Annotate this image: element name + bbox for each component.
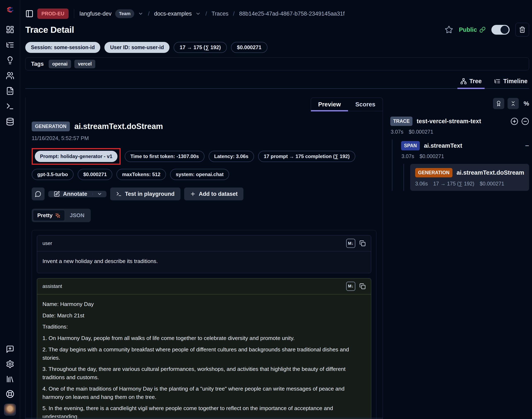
public-toggle[interactable] bbox=[491, 25, 510, 35]
model-chip[interactable]: gpt-3.5-turbo bbox=[32, 169, 74, 180]
user-avatar[interactable] bbox=[4, 404, 16, 416]
observation-title: ai.streamText.doStream bbox=[74, 122, 163, 131]
sidebar-collapse-icon[interactable] bbox=[25, 10, 34, 18]
lightbulb-icon[interactable] bbox=[6, 56, 14, 65]
breadcrumb-org[interactable]: langfuse-dev bbox=[80, 11, 112, 17]
collapse-all-button[interactable] bbox=[507, 98, 519, 109]
breadcrumb-separator: / bbox=[147, 10, 150, 17]
tab-timeline-label: Timeline bbox=[503, 78, 527, 85]
datasets-database-icon[interactable] bbox=[6, 118, 14, 126]
cost-value: $0.000271 bbox=[409, 129, 433, 135]
span-stats: 3.07s $0.000271 bbox=[401, 153, 529, 159]
expand-all-icon[interactable] bbox=[510, 118, 518, 125]
tab-timeline[interactable]: Timeline bbox=[493, 78, 529, 88]
assistant-message-card: assistant M↓ Name: Harmony Day Date: Mar… bbox=[37, 278, 371, 419]
latency-value: 3.07s bbox=[391, 129, 403, 135]
settings-gear-icon[interactable] bbox=[6, 360, 14, 368]
environment-badge: PROD-EU bbox=[37, 9, 69, 19]
message-line: 4. One of the main traditions of Harmony… bbox=[42, 385, 366, 401]
tree-icon bbox=[460, 78, 467, 84]
format-pretty[interactable]: Pretty bbox=[33, 210, 65, 221]
annotation-highlight-box: Prompt: holiday-generator - v1 bbox=[32, 148, 121, 165]
divider bbox=[74, 9, 74, 18]
cost-chip: $0.000271 bbox=[78, 169, 112, 180]
breadcrumb-traces[interactable]: Traces bbox=[211, 11, 228, 17]
chevron-down-icon[interactable] bbox=[138, 11, 143, 16]
metrics-toggle-icon[interactable]: % bbox=[524, 100, 529, 107]
bottom-divider bbox=[25, 418, 383, 418]
assistant-message-content: Name: Harmony Day Date: March 21st Tradi… bbox=[37, 294, 371, 419]
breadcrumb-separator: / bbox=[232, 10, 235, 17]
prompt-chip[interactable]: Prompt: holiday-generator - v1 bbox=[35, 151, 117, 162]
playground-label: Test in playground bbox=[125, 191, 175, 197]
tokens-value: 17 → 175 (∑ 192) bbox=[433, 181, 474, 187]
link-icon bbox=[479, 26, 486, 33]
breadcrumb-separator: / bbox=[204, 10, 208, 17]
markdown-toggle-icon[interactable]: M↓ bbox=[346, 282, 355, 291]
tags-label: Tags bbox=[31, 61, 44, 67]
langfuse-logo-icon[interactable] bbox=[5, 5, 15, 14]
pretty-label: Pretty bbox=[37, 212, 53, 219]
support-lifebuoy-icon[interactable] bbox=[6, 390, 14, 398]
generation-stats: 3.06s 17 → 175 (∑ 192) $0.000271 bbox=[415, 181, 524, 187]
trace-name: test-vercel-stream-text bbox=[417, 118, 481, 125]
breadcrumb-trace-id: 88b14e25-47ad-4867-b758-2349145aa31f bbox=[239, 11, 345, 17]
trace-meta: Session: some-session-id User ID: some-u… bbox=[25, 42, 529, 53]
message-line: 5. In the evening, there is a candleligh… bbox=[42, 404, 366, 419]
preview-scores-tabs: Preview Scores bbox=[311, 97, 383, 111]
comment-button[interactable] bbox=[32, 187, 45, 200]
tab-scores[interactable]: Scores bbox=[348, 98, 383, 111]
timeline-icon bbox=[494, 78, 500, 84]
public-link[interactable]: Public bbox=[459, 26, 486, 33]
cost-value: $0.000271 bbox=[480, 181, 504, 187]
format-json[interactable]: JSON bbox=[65, 210, 89, 221]
trace-tree-panel: % TRACE test-vercel-stream-text 3.07s $0… bbox=[390, 97, 529, 191]
tags-box[interactable]: Tags openai vercel bbox=[25, 57, 529, 70]
test-in-playground-button[interactable]: Test in playground bbox=[110, 187, 180, 200]
users-icon[interactable] bbox=[6, 71, 14, 80]
trace-node-row[interactable]: TRACE test-vercel-stream-text bbox=[390, 117, 529, 126]
message-line: 2. The day begins with a community break… bbox=[42, 346, 366, 362]
tab-tree[interactable]: Tree bbox=[459, 78, 483, 88]
span-node-row[interactable]: SPAN ai.streamText − bbox=[401, 141, 529, 150]
tab-preview[interactable]: Preview bbox=[311, 98, 348, 111]
copy-icon[interactable] bbox=[359, 283, 366, 289]
org-plan-badge: Team bbox=[115, 9, 134, 18]
collapse-all-icon[interactable] bbox=[521, 118, 529, 125]
add-to-dataset-button[interactable]: Add to dataset bbox=[184, 187, 244, 200]
ttft-chip: Time to first token: -1307.00s bbox=[125, 151, 204, 162]
cost-value: $0.000271 bbox=[420, 153, 444, 159]
observation-detail-card: Preview Scores GENERATION ai.streamText.… bbox=[25, 97, 383, 419]
library-icon[interactable] bbox=[6, 375, 14, 383]
breadcrumb-project[interactable]: docs-examples bbox=[154, 11, 192, 17]
cost-pill: $0.000271 bbox=[231, 42, 267, 53]
sidebar-nav bbox=[6, 25, 14, 126]
terminal-icon bbox=[116, 191, 122, 197]
dashboard-icon[interactable] bbox=[6, 25, 14, 34]
message-role: assistant bbox=[42, 283, 62, 289]
session-pill[interactable]: Session: some-session-id bbox=[25, 42, 100, 53]
copy-icon[interactable] bbox=[359, 240, 366, 247]
user-id-pill[interactable]: User ID: some-user-id bbox=[104, 42, 170, 53]
tag-chip: openai bbox=[49, 60, 71, 68]
tracing-icon[interactable] bbox=[6, 41, 14, 49]
page-title: Trace Detail bbox=[25, 25, 74, 35]
collapse-node-icon[interactable]: − bbox=[525, 142, 529, 150]
observation-type-badge: GENERATION bbox=[32, 121, 70, 131]
public-label: Public bbox=[459, 26, 477, 33]
delete-trace-button[interactable] bbox=[515, 23, 529, 37]
feedback-icon[interactable] bbox=[6, 345, 14, 354]
markdown-toggle-icon[interactable]: M↓ bbox=[346, 239, 355, 248]
token-usage-pill: 17 → 175 (∑ 192) bbox=[173, 42, 227, 53]
star-icon[interactable] bbox=[445, 26, 453, 34]
annotate-button[interactable]: Annotate bbox=[48, 191, 93, 197]
user-message-content: Invent a new holiday and describe its tr… bbox=[37, 251, 371, 273]
message-line: Name: Harmony Day bbox=[42, 300, 366, 308]
generation-node-row-selected[interactable]: GENERATION ai.streamText.doStream 3.06s … bbox=[410, 164, 529, 191]
plus-icon bbox=[190, 191, 196, 197]
scores-award-button[interactable] bbox=[493, 98, 504, 109]
annotate-dropdown-chevron-icon[interactable] bbox=[93, 191, 107, 197]
prompts-file-icon[interactable] bbox=[6, 87, 14, 95]
chevron-down-icon[interactable] bbox=[195, 11, 201, 16]
playground-terminal-icon[interactable] bbox=[6, 102, 14, 111]
